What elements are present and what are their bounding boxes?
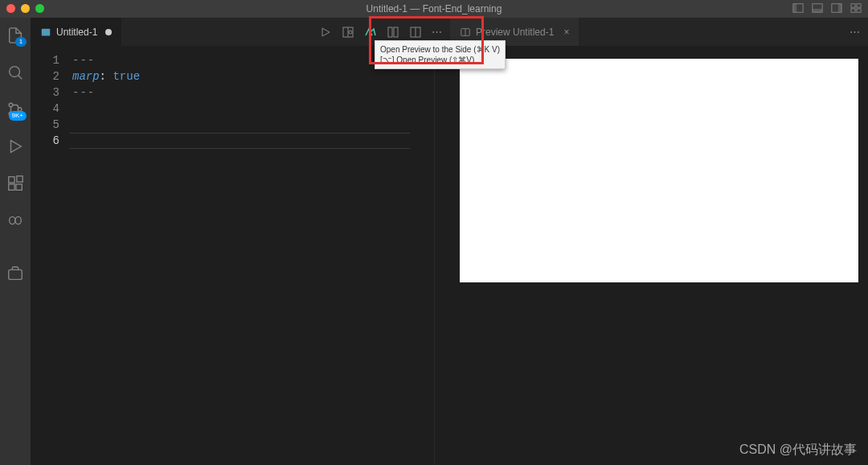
code-editor[interactable]: 1 2 3 4 5 6 --- marp: true --- xyxy=(31,46,450,465)
source-control-icon[interactable]: 9K+ xyxy=(6,100,25,119)
tab-bar-right: Preview Untitled-1 × ⋯ xyxy=(450,18,868,46)
svg-rect-23 xyxy=(42,28,51,35)
tab-label: Untitled-1 xyxy=(56,27,97,38)
toggle-panel-right-icon[interactable] xyxy=(831,2,842,16)
svg-point-27 xyxy=(349,31,352,34)
briefcase-icon[interactable] xyxy=(6,264,25,283)
svg-rect-28 xyxy=(388,27,392,37)
svg-point-12 xyxy=(9,103,13,107)
activity-bar: 1 9K+ xyxy=(0,18,31,465)
source-control-badge: 9K+ xyxy=(9,111,27,121)
editor-group-right: Preview Untitled-1 × ⋯ xyxy=(450,18,868,465)
svg-point-20 xyxy=(10,216,15,224)
more-actions-icon[interactable]: ⋯ xyxy=(850,26,860,38)
close-tab-icon[interactable]: × xyxy=(563,27,569,38)
watermark: CSDN @代码讲故事 xyxy=(739,442,857,459)
maximize-window-button[interactable] xyxy=(35,4,44,13)
toggle-panel-left-icon[interactable] xyxy=(792,2,804,16)
minimize-window-button[interactable] xyxy=(21,4,30,13)
minimap[interactable] xyxy=(434,46,450,465)
svg-rect-5 xyxy=(838,4,841,13)
more-actions-icon[interactable]: ⋯ xyxy=(432,26,442,39)
line-gutter: 1 2 3 4 5 6 xyxy=(31,46,72,465)
svg-marker-24 xyxy=(322,28,330,36)
svg-rect-19 xyxy=(17,176,23,182)
open-preview-icon[interactable] xyxy=(409,26,422,39)
svg-point-21 xyxy=(15,216,21,224)
marp-slide-preview xyxy=(460,59,858,282)
svg-point-10 xyxy=(10,67,20,77)
dirty-indicator-icon xyxy=(105,29,112,35)
close-window-button[interactable] xyxy=(6,4,15,13)
split-editor-icon[interactable] xyxy=(387,26,399,39)
tab-label: Preview Untitled-1 xyxy=(476,27,554,38)
editor-group-left: Untitled-1 ⋯ 1 2 3 4 5 xyxy=(31,18,450,465)
svg-line-11 xyxy=(18,76,23,80)
marp-icon[interactable] xyxy=(364,26,377,39)
explorer-icon[interactable]: 1 xyxy=(6,26,25,45)
svg-rect-8 xyxy=(851,9,855,12)
run-debug-icon[interactable] xyxy=(6,137,25,156)
svg-rect-1 xyxy=(793,4,796,13)
search-icon[interactable] xyxy=(6,63,25,82)
svg-rect-29 xyxy=(394,27,398,37)
titlebar: Untitled-1 — Font-End_learning xyxy=(0,0,868,18)
run-icon[interactable] xyxy=(319,26,332,39)
toggle-panel-bottom-icon[interactable] xyxy=(812,2,823,16)
svg-rect-17 xyxy=(9,184,14,190)
svg-rect-9 xyxy=(857,9,861,12)
customize-layout-icon[interactable] xyxy=(850,2,862,16)
svg-rect-16 xyxy=(9,177,14,183)
preview-pane xyxy=(450,46,868,465)
copilot-icon[interactable] xyxy=(6,211,25,230)
svg-rect-3 xyxy=(813,9,822,12)
explorer-badge: 1 xyxy=(15,37,27,47)
svg-rect-7 xyxy=(857,4,861,7)
tab-untitled[interactable]: Untitled-1 xyxy=(31,18,122,46)
window-controls xyxy=(6,4,44,13)
svg-rect-6 xyxy=(851,4,855,7)
window-title: Untitled-1 — Font-End_learning xyxy=(366,3,502,14)
svg-rect-18 xyxy=(16,184,22,190)
layout-controls xyxy=(792,2,862,16)
svg-rect-22 xyxy=(9,270,23,279)
extensions-icon[interactable] xyxy=(6,174,25,193)
svg-marker-15 xyxy=(11,141,22,153)
open-preview-side-icon[interactable] xyxy=(342,26,354,39)
preview-tooltip: Open Preview to the Side (⌘K V) [⌥] Open… xyxy=(375,40,506,69)
